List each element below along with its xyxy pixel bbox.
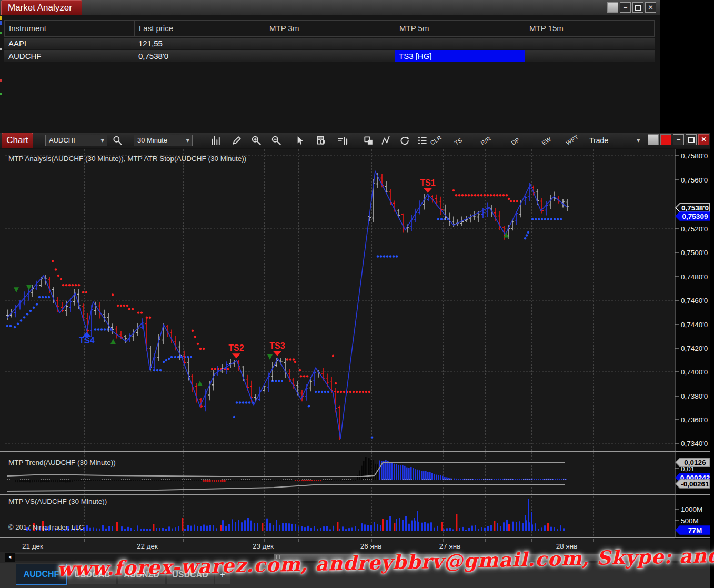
chart-scroll-row: ◄ ► [0,552,710,563]
price-chart[interactable]: TS1TS2TS3TS4MTP Analysis(AUDCHF (30 Minu… [0,149,710,552]
scrollbar-grip [276,555,280,559]
clr-button[interactable]: CLR [429,134,443,146]
scrollbar-track[interactable] [15,553,703,561]
layout-icon[interactable] [361,134,375,147]
market-analyzer-table: InstrumentLast priceMTP 3mMTP 5mMTP 15mA… [4,20,655,62]
color-swatch-gray[interactable] [648,134,659,145]
chevron-down-icon: ▾ [637,135,640,146]
trend-marker-0-label: 0,0126 [684,459,706,467]
market-analyzer-title-tab[interactable]: Market Analyzer [1,0,82,15]
edge-pixel [0,93,2,95]
close-icon[interactable]: ✕ [645,2,656,13]
signal-label-ts3: TS3 [269,341,285,350]
column-header-mtp-5m[interactable]: MTP 5m [395,21,525,36]
scrollbar-handle[interactable] [274,554,698,561]
minimize-icon[interactable]: – [620,2,631,13]
trade-label: Trade [589,136,608,145]
trade-menu[interactable]: Trade [589,135,608,146]
draw-icon[interactable] [230,134,244,147]
table-cell: 0,7538'0 [134,50,265,62]
price-marker-0-label: 0,7538'0 [681,204,709,212]
color-swatch-red[interactable] [660,134,671,145]
bar-period-icon[interactable] [336,134,349,147]
table-row-audchf[interactable]: AUDCHF0,7538'0TS3 [HG] [4,50,655,62]
chart-tab-row: AUDCHFUSDCADAUDNZDUSDCAD+ [0,563,710,588]
column-header-mtp-15m[interactable]: MTP 15m [525,21,655,36]
chart-tab-audchf-0[interactable]: AUDCHF [16,564,67,585]
signal-label-ts1: TS1 [420,178,435,187]
scroll-right-icon[interactable]: ► [702,553,709,562]
table-cell [525,50,654,62]
table-cell [525,38,654,49]
chart-title: MTP Analysis(AUDCHF (30 Minute)), MTP AT… [8,155,246,163]
chart-style-icon[interactable] [208,134,222,147]
column-header-instrument[interactable]: Instrument [5,21,135,36]
market-analyzer-titlebar[interactable]: Market Analyzer – ✕ [0,0,660,15]
edge-pixel [0,16,2,20]
wpt-button[interactable]: WPT [565,134,579,146]
edge-pixel [0,21,2,25]
date-label: 22 дек [137,542,158,550]
list-icon[interactable] [415,134,429,147]
table-row-aapl[interactable]: AAPL121,55 [4,38,655,49]
price-tick-label: 0,7340'0 [681,440,708,448]
desktop: Market Analyzer – ✕ InstrumentLast price… [0,0,714,588]
price-tick-label: 0,7560'0 [681,176,708,184]
window-title: Market Analyzer [8,3,72,13]
chart-tab-usdcad-3[interactable]: USDCAD [167,566,214,584]
instrument-select-value: AUDCHF [49,136,77,144]
data-box-icon[interactable] [314,134,328,147]
zigzag-icon[interactable] [379,134,393,147]
minimize-icon[interactable]: – [673,134,684,145]
maximize-glyph [688,137,695,143]
edge-pixel [0,48,2,50]
window-controls: – ✕ [607,2,656,13]
cursor-icon[interactable] [293,134,306,147]
column-header-last-price[interactable]: Last price [135,21,265,36]
price-tick-label: 0,7460'0 [681,297,708,305]
vs-tick-label: 1000M [681,505,702,513]
scroll-left-icon[interactable]: ◄ [5,553,15,562]
ew-button[interactable]: EW [540,136,552,146]
close-icon[interactable]: ✕ [698,134,709,145]
maximize-icon[interactable] [632,2,643,13]
price-tick-label: 0,7380'0 [681,392,708,400]
signal-label-ts4: TS4 [79,336,94,345]
price-marker-1-label: 0,75309 [682,212,708,220]
chart-tab-audnzd-2[interactable]: AUDNZD [118,566,165,584]
chart-tab-usdcad-1[interactable]: USDCAD [68,566,116,584]
table-cell [265,50,395,62]
price-tick-label: 0,7480'0 [681,273,708,281]
ts-button[interactable]: TS [453,137,463,146]
price-tick-label: 0,7420'0 [681,344,708,352]
edge-pixel [0,32,2,34]
market-analyzer-window: Market Analyzer – ✕ InstrumentLast price… [0,0,660,133]
chart-window-title-tab[interactable]: Chart [2,133,33,148]
chart-tab-add[interactable]: + [215,566,230,584]
interval-select[interactable]: 30 Minute ▾ [134,135,193,146]
chart-background [0,149,710,552]
table-cell: AUDCHF [4,50,134,62]
vs-panel-title: MTP VS(AUDCHF (30 Minute)) [8,498,107,505]
table-cell [265,38,395,49]
maximize-icon[interactable] [686,134,697,145]
chevron-down-icon: ▾ [100,135,104,146]
window-accent-button[interactable] [607,2,618,13]
copyright-text: © 2017 NinjaTrader, LLC [8,523,84,531]
zoom-out-icon[interactable] [269,134,283,147]
date-axis-background[interactable] [0,539,710,552]
reload-icon[interactable] [397,134,411,147]
instrument-select[interactable]: AUDCHF ▾ [45,135,107,146]
zoom-in-icon[interactable] [249,134,263,147]
search-icon[interactable] [110,134,124,147]
rr-button[interactable]: R/R [479,135,492,146]
column-header-mtp-3m[interactable]: MTP 3m [265,21,395,36]
vs-marker-0-label: 77M [688,526,702,534]
date-label: 28 янв [556,542,578,550]
table-cell: AAPL [4,38,134,49]
chevron-down-icon: ▾ [186,135,189,146]
date-label: 27 янв [439,542,461,550]
trend-panel-title: MTP Trend(AUDCHF (30 Minute)) [8,459,116,467]
signal-label-ts2: TS2 [228,343,244,352]
dp-button[interactable]: DP [510,136,520,146]
